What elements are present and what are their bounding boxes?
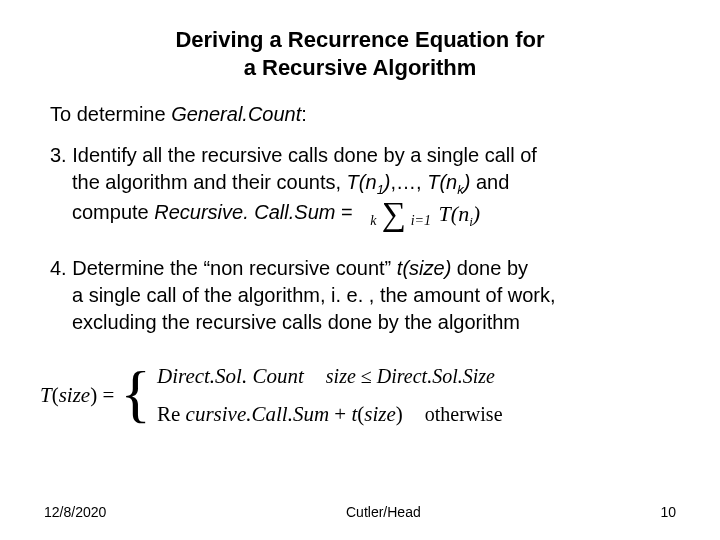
sum-lower: i=1 bbox=[411, 213, 431, 228]
item4-line3: excluding the recursive calls done by th… bbox=[72, 311, 520, 333]
eqT: T bbox=[40, 383, 52, 407]
item3-line2b: and bbox=[470, 171, 509, 193]
eq-lhs: T(size) = bbox=[40, 381, 114, 409]
slide-title: Deriving a Recurrence Equation for a Rec… bbox=[40, 26, 680, 81]
item3-line3a: compute bbox=[72, 201, 154, 223]
t-sym: T bbox=[347, 171, 359, 193]
eqsize: size bbox=[59, 383, 91, 407]
body-text: 3. Identify all the recursive calls done… bbox=[40, 142, 680, 429]
item-3: 3. Identify all the recursive calls done… bbox=[50, 142, 680, 229]
slide: Deriving a Recurrence Equation for a Rec… bbox=[0, 0, 720, 540]
item4-line1: 4. Determine the “non recursive count” t… bbox=[50, 257, 528, 279]
eqeq: = bbox=[97, 383, 114, 407]
item3-line2: the algorithm and their counts, T(n1),…,… bbox=[72, 171, 509, 193]
intro-line: To determine General.Count: bbox=[50, 103, 680, 126]
size-sym: size bbox=[409, 257, 445, 279]
sigma-icon: ∑ bbox=[381, 195, 405, 232]
sumi: i bbox=[469, 214, 473, 229]
sumn: n bbox=[458, 201, 469, 226]
item3-Tn1: T(n1) bbox=[347, 171, 391, 193]
eq-cases: Direct.Sol. Count size ≤ Direct.Sol.Size… bbox=[157, 362, 503, 429]
footer-page-number: 10 bbox=[660, 504, 676, 520]
piecewise-equation: T(size) = { Direct.Sol. Count size ≤ Dir… bbox=[40, 362, 680, 429]
item3-lead: 3. Identify all the recursive calls done… bbox=[50, 144, 537, 166]
sumT: T bbox=[439, 201, 451, 226]
intro-prefix: To determine bbox=[50, 103, 171, 125]
case1-expr: Direct.Sol. Count bbox=[157, 362, 304, 390]
n-sym2: n bbox=[446, 171, 457, 193]
c1l: size bbox=[326, 365, 356, 387]
item4-lead: 4. Determine the “non recursive count” bbox=[50, 257, 397, 279]
c2plus: + bbox=[329, 402, 351, 426]
intro-term: General.Count bbox=[171, 103, 301, 125]
c2rest: cursive.Call.Sum bbox=[186, 402, 329, 426]
case-1: Direct.Sol. Count size ≤ Direct.Sol.Size bbox=[157, 362, 503, 390]
c2size: size bbox=[364, 402, 396, 426]
case2-expr: Re cursive.Call.Sum + t(size) bbox=[157, 400, 403, 428]
rpar: ) bbox=[384, 171, 391, 193]
intro-suffix: : bbox=[301, 103, 307, 125]
case1-cond: size ≤ Direct.Sol.Size bbox=[326, 363, 495, 390]
item4-tsize: t(size) bbox=[397, 257, 451, 279]
t-sym3: t bbox=[397, 257, 403, 279]
title-line2: a Recursive Algorithm bbox=[244, 55, 477, 80]
n-sym: n bbox=[366, 171, 377, 193]
sum-term: T(ni) bbox=[439, 199, 481, 229]
case-2: Re cursive.Call.Sum + t(size) otherwise bbox=[157, 400, 503, 428]
item3-sep: ,…, bbox=[391, 171, 428, 193]
slide-footer: 12/8/2020 Cutler/Head 10 bbox=[0, 504, 720, 520]
item-4: 4. Determine the “non recursive count” t… bbox=[50, 255, 680, 336]
c1r: Direct.Sol.Size bbox=[377, 365, 495, 387]
sum-upper: k bbox=[370, 213, 376, 228]
item3-line3: compute Recursive. Call.Sum = k ∑ i=1 T(… bbox=[72, 201, 480, 223]
c1op: ≤ bbox=[356, 365, 377, 387]
left-brace-icon: { bbox=[120, 368, 151, 419]
item4-line2: a single call of the algorithm, i. e. , … bbox=[72, 284, 556, 306]
case2-cond: otherwise bbox=[425, 401, 503, 428]
item4-after: done by bbox=[451, 257, 528, 279]
item3-rcs: Recursive. Call.Sum bbox=[154, 201, 335, 223]
footer-author: Cutler/Head bbox=[346, 504, 421, 520]
t-sym2: T bbox=[427, 171, 439, 193]
footer-date: 12/8/2020 bbox=[44, 504, 106, 520]
item3-line2a: the algorithm and their counts, bbox=[72, 171, 347, 193]
summation-symbol: k ∑ i=1 bbox=[370, 199, 431, 230]
item3-eq: = bbox=[335, 201, 358, 223]
title-line1: Deriving a Recurrence Equation for bbox=[175, 27, 544, 52]
lpar: ( bbox=[359, 171, 366, 193]
c2re: Re bbox=[157, 402, 186, 426]
item3-Tnk: T(nk) bbox=[427, 171, 470, 193]
